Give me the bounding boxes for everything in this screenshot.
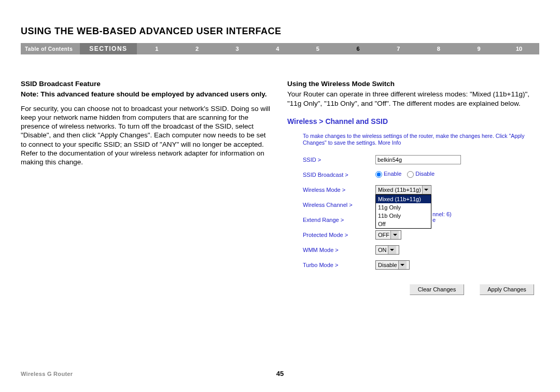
- page-number: 45: [276, 370, 284, 377]
- label-protected: Protected Mode >: [303, 230, 375, 239]
- chevron-down-icon: [388, 246, 396, 254]
- mode-option-11b[interactable]: 11b Only: [376, 212, 431, 220]
- ssid-broadcast-body: For security, you can choose not to broa…: [21, 104, 273, 167]
- ssid-broadcast-heading: SSID Broadcast Feature: [21, 79, 273, 88]
- nav-toc[interactable]: Table of Contents: [21, 46, 80, 52]
- broadcast-enable-radio[interactable]: [375, 171, 382, 178]
- chevron-down-icon: [398, 261, 407, 269]
- broadcast-enable-text: Enable: [384, 171, 401, 177]
- label-ssid: SSID >: [303, 155, 375, 163]
- nav-section-3[interactable]: 3: [217, 46, 258, 52]
- page-title: USING THE WEB-BASED ADVANCED USER INTERF…: [0, 0, 560, 43]
- page-footer: Wireless G Router 45: [21, 370, 539, 377]
- clear-changes-button[interactable]: Clear Changes: [410, 284, 464, 295]
- label-extend: Extend Range >: [303, 215, 375, 223]
- apply-changes-button[interactable]: Apply Changes: [480, 284, 534, 295]
- wireless-mode-heading: Using the Wireless Mode Switch: [287, 79, 539, 88]
- label-broadcast: SSID Broadcast >: [303, 170, 375, 178]
- broadcast-disable-text: Disable: [415, 171, 435, 177]
- nav-section-10[interactable]: 10: [499, 46, 539, 52]
- ui-panel-title: Wireless > Channel and SSID: [287, 117, 539, 127]
- label-channel: Wireless Channel >: [303, 200, 375, 208]
- mode-option-off[interactable]: Off: [376, 220, 431, 228]
- panel-instructions: To make changes to the wireless settings…: [303, 133, 539, 147]
- wireless-mode-body: Your Router can operate in three differe…: [287, 90, 539, 108]
- nav-sections-label: SECTIONS: [80, 43, 136, 54]
- footer-product-name: Wireless G Router: [21, 371, 276, 377]
- nav-bar: Table of Contents SECTIONS 1 2 3 4 5 6 7…: [21, 43, 539, 54]
- nav-section-1[interactable]: 1: [137, 46, 177, 52]
- protected-mode-select[interactable]: OFF: [375, 230, 401, 240]
- nav-section-6[interactable]: 6: [338, 46, 379, 52]
- label-wmm: WMM Mode >: [303, 245, 375, 254]
- protected-mode-value: OFF: [378, 231, 390, 239]
- nav-section-8[interactable]: 8: [418, 46, 459, 52]
- ssid-broadcast-note: Note: This advanced feature should be em…: [21, 90, 273, 99]
- nav-section-5[interactable]: 5: [298, 46, 338, 52]
- broadcast-disable-radio[interactable]: [407, 171, 414, 178]
- router-settings-panel: To make changes to the wireless settings…: [287, 133, 539, 295]
- left-column: SSID Broadcast Feature Note: This advanc…: [21, 79, 273, 295]
- label-mode: Wireless Mode >: [303, 185, 375, 193]
- mode-option-11g[interactable]: 11g Only: [376, 203, 431, 212]
- chevron-down-icon: [422, 186, 430, 194]
- right-column: Using the Wireless Mode Switch Your Rout…: [287, 79, 539, 295]
- chevron-down-icon: [390, 231, 399, 239]
- broadcast-enable-option[interactable]: Enable: [375, 171, 401, 177]
- nav-section-2[interactable]: 2: [177, 46, 217, 52]
- nav-section-7[interactable]: 7: [378, 46, 418, 52]
- nav-section-9[interactable]: 9: [459, 46, 499, 52]
- turbo-mode-select[interactable]: Disable: [375, 260, 410, 270]
- wmm-mode-select[interactable]: ON: [375, 245, 399, 255]
- wmm-mode-value: ON: [378, 246, 388, 254]
- wireless-mode-selected: Mixed (11b+11g): [378, 186, 422, 193]
- wireless-mode-select[interactable]: Mixed (11b+11g): [375, 185, 431, 194]
- wireless-mode-dropdown[interactable]: Mixed (11b+11g) 11g Only 11b Only Off: [375, 194, 431, 229]
- label-turbo: Turbo Mode >: [303, 260, 375, 269]
- extend-hint-text: e: [432, 216, 436, 223]
- ssid-input[interactable]: [375, 155, 461, 164]
- turbo-mode-value: Disable: [378, 261, 398, 269]
- mode-option-mixed[interactable]: Mixed (11b+11g): [376, 195, 431, 203]
- nav-section-4[interactable]: 4: [257, 46, 298, 52]
- broadcast-disable-option[interactable]: Disable: [407, 171, 435, 177]
